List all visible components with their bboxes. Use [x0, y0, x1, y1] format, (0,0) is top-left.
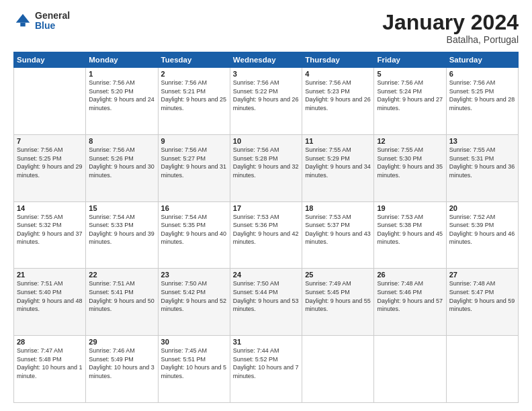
day-info: Sunrise: 7:55 AM Sunset: 5:29 PM Dayligh… — [305, 146, 371, 179]
logo-general: General — [35, 11, 70, 21]
svg-marker-0 — [16, 14, 30, 23]
calendar-cell: 4Sunrise: 7:56 AM Sunset: 5:23 PM Daylig… — [302, 68, 374, 135]
day-number: 29 — [89, 338, 154, 346]
day-info: Sunrise: 7:56 AM Sunset: 5:27 PM Dayligh… — [161, 146, 227, 179]
day-info: Sunrise: 7:51 AM Sunset: 5:40 PM Dayligh… — [17, 279, 83, 313]
day-info: Sunrise: 7:46 AM Sunset: 5:49 PM Dayligh… — [89, 347, 154, 380]
calendar-cell — [374, 336, 446, 403]
calendar-cell: 22Sunrise: 7:51 AM Sunset: 5:41 PM Dayli… — [86, 269, 158, 336]
day-info: Sunrise: 7:55 AM Sunset: 5:32 PM Dayligh… — [17, 213, 83, 246]
calendar-cell: 3Sunrise: 7:56 AM Sunset: 5:22 PM Daylig… — [230, 68, 302, 135]
day-number: 28 — [17, 338, 83, 346]
day-info: Sunrise: 7:51 AM Sunset: 5:41 PM Dayligh… — [89, 279, 154, 313]
calendar-cell: 23Sunrise: 7:50 AM Sunset: 5:42 PM Dayli… — [158, 269, 230, 336]
day-info: Sunrise: 7:56 AM Sunset: 5:22 PM Dayligh… — [233, 79, 299, 112]
calendar-cell: 24Sunrise: 7:50 AM Sunset: 5:44 PM Dayli… — [230, 269, 302, 336]
day-number: 13 — [449, 137, 515, 145]
calendar-cell: 16Sunrise: 7:54 AM Sunset: 5:35 PM Dayli… — [158, 201, 230, 269]
calendar-cell: 28Sunrise: 7:47 AM Sunset: 5:48 PM Dayli… — [14, 336, 86, 403]
day-number: 10 — [233, 137, 299, 145]
calendar-cell: 8Sunrise: 7:56 AM Sunset: 5:26 PM Daylig… — [86, 134, 158, 201]
day-number: 30 — [161, 338, 227, 346]
calendar-week-row: 14Sunrise: 7:55 AM Sunset: 5:32 PM Dayli… — [14, 201, 519, 269]
day-number: 26 — [377, 271, 443, 279]
day-number: 2 — [161, 70, 227, 78]
day-info: Sunrise: 7:55 AM Sunset: 5:31 PM Dayligh… — [449, 146, 515, 179]
day-number: 23 — [161, 271, 227, 279]
day-number: 14 — [17, 204, 83, 212]
day-number: 31 — [233, 338, 299, 346]
calendar-week-row: 1Sunrise: 7:56 AM Sunset: 5:20 PM Daylig… — [14, 68, 519, 135]
day-number: 24 — [233, 271, 299, 279]
day-info: Sunrise: 7:49 AM Sunset: 5:45 PM Dayligh… — [305, 279, 371, 313]
day-info: Sunrise: 7:48 AM Sunset: 5:47 PM Dayligh… — [449, 279, 515, 313]
day-number: 11 — [305, 137, 371, 145]
calendar-cell: 10Sunrise: 7:56 AM Sunset: 5:28 PM Dayli… — [230, 134, 302, 201]
calendar-cell: 27Sunrise: 7:48 AM Sunset: 5:47 PM Dayli… — [446, 269, 518, 336]
day-info: Sunrise: 7:47 AM Sunset: 5:48 PM Dayligh… — [17, 347, 83, 380]
calendar-cell: 2Sunrise: 7:56 AM Sunset: 5:21 PM Daylig… — [158, 68, 230, 135]
calendar-cell: 11Sunrise: 7:55 AM Sunset: 5:29 PM Dayli… — [302, 134, 374, 201]
calendar-cell: 12Sunrise: 7:55 AM Sunset: 5:30 PM Dayli… — [374, 134, 446, 201]
day-info: Sunrise: 7:56 AM Sunset: 5:23 PM Dayligh… — [305, 79, 371, 112]
calendar-week-row: 21Sunrise: 7:51 AM Sunset: 5:40 PM Dayli… — [14, 269, 519, 336]
day-info: Sunrise: 7:52 AM Sunset: 5:39 PM Dayligh… — [449, 213, 515, 246]
day-number: 18 — [305, 204, 371, 212]
weekday-header: Monday — [86, 52, 158, 68]
calendar-cell: 17Sunrise: 7:53 AM Sunset: 5:36 PM Dayli… — [230, 201, 302, 269]
day-number: 5 — [377, 70, 443, 78]
calendar-cell: 6Sunrise: 7:56 AM Sunset: 5:25 PM Daylig… — [446, 68, 518, 135]
day-info: Sunrise: 7:56 AM Sunset: 5:24 PM Dayligh… — [377, 79, 443, 112]
calendar-cell: 13Sunrise: 7:55 AM Sunset: 5:31 PM Dayli… — [446, 134, 518, 201]
day-info: Sunrise: 7:55 AM Sunset: 5:30 PM Dayligh… — [377, 146, 443, 179]
day-number: 1 — [89, 70, 154, 78]
weekday-header: Tuesday — [158, 52, 230, 68]
calendar-cell: 15Sunrise: 7:54 AM Sunset: 5:33 PM Dayli… — [86, 201, 158, 269]
day-info: Sunrise: 7:56 AM Sunset: 5:26 PM Dayligh… — [89, 146, 154, 179]
weekday-header: Wednesday — [230, 52, 302, 68]
day-number: 4 — [305, 70, 371, 78]
logo: General Blue — [13, 11, 70, 32]
day-info: Sunrise: 7:44 AM Sunset: 5:52 PM Dayligh… — [233, 347, 299, 380]
day-number: 7 — [17, 137, 83, 145]
logo-icon — [13, 11, 32, 30]
weekday-header: Thursday — [302, 52, 374, 68]
calendar-cell: 30Sunrise: 7:45 AM Sunset: 5:51 PM Dayli… — [158, 336, 230, 403]
calendar-cell: 5Sunrise: 7:56 AM Sunset: 5:24 PM Daylig… — [374, 68, 446, 135]
day-info: Sunrise: 7:50 AM Sunset: 5:44 PM Dayligh… — [233, 279, 299, 313]
logo-text: General Blue — [35, 11, 70, 32]
day-info: Sunrise: 7:53 AM Sunset: 5:36 PM Dayligh… — [233, 213, 299, 246]
calendar-table: SundayMondayTuesdayWednesdayThursdayFrid… — [13, 52, 519, 403]
day-number: 12 — [377, 137, 443, 145]
calendar-cell: 26Sunrise: 7:48 AM Sunset: 5:46 PM Dayli… — [374, 269, 446, 336]
calendar-week-row: 28Sunrise: 7:47 AM Sunset: 5:48 PM Dayli… — [14, 336, 519, 403]
day-info: Sunrise: 7:53 AM Sunset: 5:37 PM Dayligh… — [305, 213, 371, 246]
day-info: Sunrise: 7:54 AM Sunset: 5:35 PM Dayligh… — [161, 213, 227, 246]
day-number: 6 — [449, 70, 515, 78]
day-info: Sunrise: 7:56 AM Sunset: 5:20 PM Dayligh… — [89, 79, 154, 112]
weekday-header: Saturday — [446, 52, 518, 68]
day-number: 9 — [161, 137, 227, 145]
weekday-header: Sunday — [14, 52, 86, 68]
calendar-cell: 1Sunrise: 7:56 AM Sunset: 5:20 PM Daylig… — [86, 68, 158, 135]
weekday-header-row: SundayMondayTuesdayWednesdayThursdayFrid… — [14, 52, 519, 68]
calendar-cell: 19Sunrise: 7:53 AM Sunset: 5:38 PM Dayli… — [374, 201, 446, 269]
calendar-cell — [446, 336, 518, 403]
day-number: 19 — [377, 204, 443, 212]
day-info: Sunrise: 7:54 AM Sunset: 5:33 PM Dayligh… — [89, 213, 154, 246]
calendar-cell: 9Sunrise: 7:56 AM Sunset: 5:27 PM Daylig… — [158, 134, 230, 201]
day-number: 20 — [449, 204, 515, 212]
day-number: 17 — [233, 204, 299, 212]
svg-rect-1 — [20, 23, 25, 27]
day-info: Sunrise: 7:53 AM Sunset: 5:38 PM Dayligh… — [377, 213, 443, 246]
day-info: Sunrise: 7:56 AM Sunset: 5:25 PM Dayligh… — [17, 146, 83, 179]
calendar-cell — [302, 336, 374, 403]
day-number: 15 — [89, 204, 154, 212]
calendar-cell: 20Sunrise: 7:52 AM Sunset: 5:39 PM Dayli… — [446, 201, 518, 269]
calendar-cell: 29Sunrise: 7:46 AM Sunset: 5:49 PM Dayli… — [86, 336, 158, 403]
day-number: 3 — [233, 70, 299, 78]
calendar-cell: 21Sunrise: 7:51 AM Sunset: 5:40 PM Dayli… — [14, 269, 86, 336]
calendar-cell: 14Sunrise: 7:55 AM Sunset: 5:32 PM Dayli… — [14, 201, 86, 269]
header: General Blue January 2024 Batalha, Portu… — [13, 11, 519, 45]
calendar-cell: 31Sunrise: 7:44 AM Sunset: 5:52 PM Dayli… — [230, 336, 302, 403]
